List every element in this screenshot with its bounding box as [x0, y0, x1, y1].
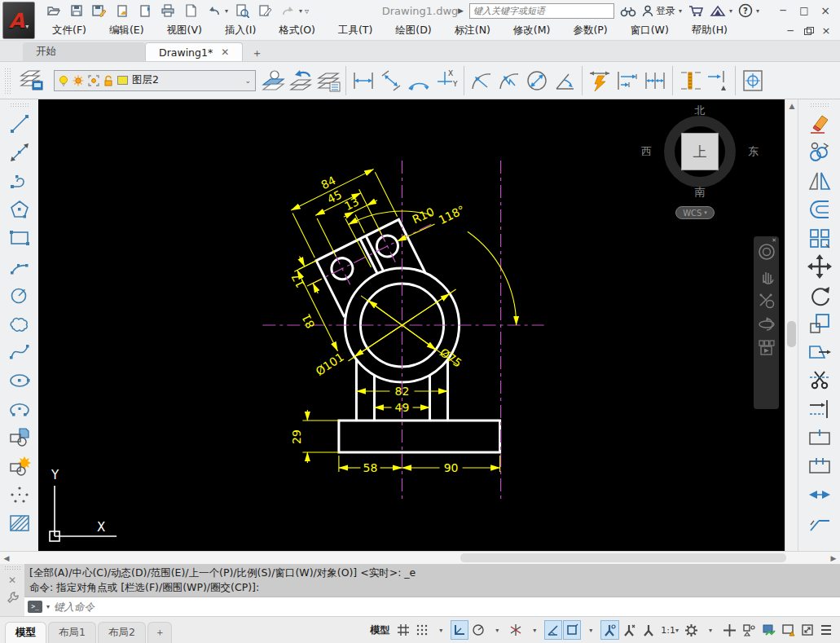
- close-button[interactable]: ×: [816, 2, 835, 19]
- drawing-canvas[interactable]: 84 45 13 17 81 R10 118° Ø101 Ø75 82 49 2…: [38, 99, 785, 551]
- menu-dimension[interactable]: 标注(N): [443, 21, 502, 40]
- viewcube-east-label[interactable]: 东: [748, 144, 759, 159]
- menu-draw[interactable]: 绘图(D): [384, 21, 442, 40]
- help-search-input[interactable]: [473, 6, 610, 16]
- line-button[interactable]: [6, 109, 33, 138]
- performance-monitor-button[interactable]: [779, 620, 798, 640]
- undo-dropdown-caret[interactable]: ▾: [225, 7, 228, 15]
- point-button[interactable]: [6, 480, 33, 509]
- osnap-caret[interactable]: ▾: [582, 620, 600, 640]
- menu-tools[interactable]: 工具(T): [327, 21, 384, 40]
- draw-toolbar-grip[interactable]: [10, 103, 29, 108]
- app-store-cart-icon[interactable]: [688, 4, 704, 17]
- horizontal-scrollbar[interactable]: ◀ ▶: [0, 551, 840, 564]
- isodraft-caret[interactable]: ▾: [526, 620, 543, 640]
- polar-caret[interactable]: ▾: [488, 620, 506, 640]
- menu-parametric[interactable]: 参数(P): [561, 21, 618, 40]
- aligned-dimension-button[interactable]: [377, 65, 405, 96]
- crosshair-button[interactable]: [720, 620, 739, 640]
- undo-button[interactable]: [205, 2, 222, 19]
- menu-file[interactable]: 文件(F): [41, 21, 98, 40]
- preview-button[interactable]: [233, 2, 251, 19]
- save-as-button[interactable]: [90, 2, 108, 19]
- arc-button[interactable]: [6, 252, 33, 280]
- view-cube[interactable]: 上 北 南 西 东: [657, 109, 742, 194]
- hatch-button[interactable]: [6, 509, 33, 537]
- annotation-scale-value[interactable]: 1:1▾: [658, 620, 681, 640]
- menu-window[interactable]: 窗口(W): [619, 21, 680, 40]
- mdi-close-button[interactable]: ×: [819, 24, 833, 37]
- annotation-scale-icon-button[interactable]: [640, 620, 657, 640]
- command-input[interactable]: [54, 601, 837, 613]
- viewcube-west-label[interactable]: 西: [641, 144, 652, 159]
- hardware-acceleration-button[interactable]: [759, 620, 778, 640]
- help-caret[interactable]: ▾: [756, 7, 759, 15]
- maximize-button[interactable]: □: [794, 2, 814, 19]
- help-icon[interactable]: ?: [738, 3, 753, 18]
- layer-combo-caret-icon[interactable]: ⌄: [244, 77, 251, 85]
- exchange-caret[interactable]: ▾: [729, 7, 732, 15]
- make-block-button[interactable]: [6, 451, 33, 480]
- break-button[interactable]: [806, 451, 833, 480]
- isodraft-toggle[interactable]: [507, 620, 525, 640]
- ellipse-button[interactable]: [6, 366, 33, 394]
- menu-view[interactable]: 视图(V): [156, 21, 213, 40]
- mdi-minimize-button[interactable]: ─: [783, 24, 798, 37]
- scroll-right-icon[interactable]: ▶: [827, 552, 840, 564]
- tab-layout2[interactable]: 布局2: [98, 622, 146, 643]
- layer-properties-button[interactable]: [13, 65, 51, 96]
- isolate-objects-button[interactable]: [740, 620, 759, 640]
- orbit-icon[interactable]: [758, 317, 776, 332]
- save-button[interactable]: [68, 2, 86, 19]
- dimension-break-button[interactable]: [704, 65, 732, 96]
- jogged-dimension-button[interactable]: [495, 65, 523, 96]
- transfer-button[interactable]: [136, 2, 154, 19]
- redo-dropdown-caret[interactable]: ▾: [299, 7, 302, 15]
- workspace-settings-button[interactable]: [682, 620, 701, 640]
- chamfer-button[interactable]: [806, 509, 833, 537]
- open-button[interactable]: [45, 2, 63, 19]
- new-layout-button[interactable]: ＋: [147, 622, 173, 643]
- modify-toolbar-grip[interactable]: [810, 103, 829, 108]
- wcs-menu-button[interactable]: WCS▾: [675, 206, 715, 219]
- ordinate-dimension-button[interactable]: XY: [433, 65, 460, 96]
- minimize-button[interactable]: ─: [773, 2, 793, 19]
- grid-toggle[interactable]: [394, 620, 412, 640]
- menu-format[interactable]: 格式(O): [267, 21, 327, 40]
- model-space-toggle[interactable]: 模型: [366, 620, 394, 640]
- tab-start[interactable]: 开始: [23, 42, 145, 61]
- viewcube-north-label[interactable]: 北: [695, 103, 706, 118]
- baseline-dimension-button[interactable]: [614, 65, 641, 96]
- zoom-icon[interactable]: [758, 292, 776, 310]
- command-close-icon[interactable]: ✕: [8, 575, 16, 586]
- erase-button[interactable]: [806, 109, 833, 138]
- tab-drawing1[interactable]: Drawing1* ✕: [145, 42, 243, 61]
- vertical-scrollbar[interactable]: ▲: [785, 99, 798, 551]
- break-at-point-button[interactable]: [806, 423, 833, 451]
- navigation-bar[interactable]: ✕: [754, 236, 779, 409]
- revision-cloud-button[interactable]: [6, 309, 33, 337]
- tab-model[interactable]: 模型: [5, 622, 46, 643]
- command-input-row[interactable]: >_ ▾: [24, 597, 840, 616]
- snap-caret[interactable]: ▾: [432, 620, 450, 640]
- stretch-button[interactable]: [806, 337, 833, 366]
- print-button[interactable]: [159, 2, 177, 19]
- scroll-left-icon[interactable]: ◀: [0, 552, 13, 564]
- layer-select-combo[interactable]: 图层2 ⌄: [54, 70, 256, 91]
- command-history[interactable]: [全部(A)/中心(C)/动态(D)/范围(E)/上一个(P)/比例(S)/窗口…: [24, 564, 840, 597]
- toolbar-grip[interactable]: [4, 68, 11, 94]
- scale-button[interactable]: [806, 309, 833, 337]
- menu-modify[interactable]: 修改(M): [502, 21, 562, 40]
- search-binoculars-icon[interactable]: [620, 5, 636, 17]
- horizontal-scroll-thumb[interactable]: [460, 553, 786, 562]
- clean-screen-button[interactable]: [798, 620, 816, 640]
- exchange-apps-icon[interactable]: [710, 5, 726, 17]
- linear-dimension-button[interactable]: [350, 65, 377, 96]
- new-drawing-button[interactable]: [182, 2, 200, 19]
- move-button[interactable]: [806, 252, 833, 280]
- trim-button[interactable]: [806, 366, 833, 394]
- customize-status-button[interactable]: [817, 620, 835, 640]
- spline-button[interactable]: [6, 337, 33, 366]
- layer-manager-button[interactable]: [314, 65, 342, 96]
- array-button[interactable]: [806, 223, 833, 252]
